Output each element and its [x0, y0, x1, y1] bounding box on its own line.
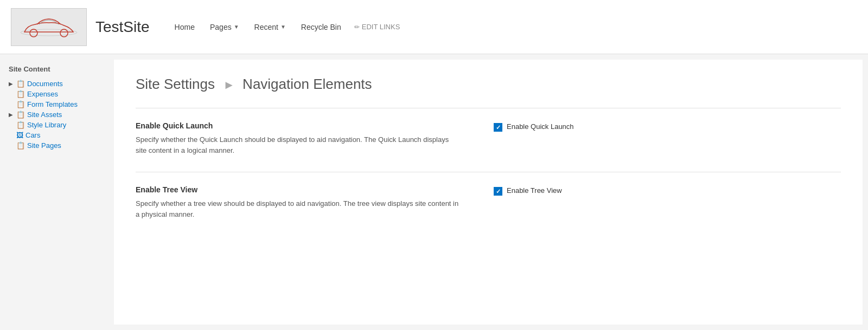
folder-icon-documents: 📋: [16, 80, 25, 88]
sidebar-item-site-pages[interactable]: 📋 Site Pages: [9, 140, 105, 151]
tree-view-section: Enable Tree View Specify whether a tree …: [136, 185, 841, 219]
svg-point-1: [30, 29, 37, 37]
nav-home[interactable]: Home: [167, 16, 202, 38]
site-title: TestSite: [95, 18, 150, 36]
pencil-icon: ✏: [354, 23, 360, 31]
section-divider-top: [136, 108, 841, 108]
recent-dropdown-arrow: ▼: [280, 24, 286, 30]
svg-point-0: [21, 29, 77, 36]
tree-view-checkbox[interactable]: [494, 187, 502, 196]
nav-recycle-bin[interactable]: Recycle Bin: [293, 16, 349, 38]
quick-launch-desc: Specify whether the Quick Launch should …: [136, 134, 461, 156]
sidebar-item-form-templates[interactable]: 📋 Form Templates: [9, 99, 105, 109]
quick-launch-checkbox[interactable]: [494, 123, 502, 132]
quick-launch-section: Enable Quick Launch Specify whether the …: [136, 121, 841, 156]
tree-view-left: Enable Tree View Specify whether a tree …: [136, 185, 461, 219]
page-body: Site Content ▶ 📋 Documents 📋 Expenses 📋 …: [0, 54, 868, 330]
breadcrumb-separator: ►: [223, 78, 238, 92]
pages-dropdown-arrow: ▼: [234, 24, 239, 30]
main-content: Site Settings ► Navigation Elements Enab…: [114, 60, 863, 325]
quick-launch-right: Enable Quick Launch: [494, 121, 646, 132]
tree-view-title: Enable Tree View: [136, 185, 461, 194]
tree-view-desc: Specify whether a tree view should be di…: [136, 198, 461, 219]
quick-launch-left: Enable Quick Launch Specify whether the …: [136, 121, 461, 156]
top-navigation: Home Pages ▼ Recent ▼ Recycle Bin ✏ EDIT…: [167, 0, 400, 54]
folder-icon-site-assets: 📋: [16, 111, 25, 119]
sidebar-item-style-library[interactable]: 📋 Style Library: [9, 120, 105, 130]
edit-links-button[interactable]: ✏ EDIT LINKS: [354, 23, 400, 31]
logo-area: TestSite: [11, 8, 150, 46]
page-heading: Site Settings ► Navigation Elements: [136, 76, 841, 93]
logo-image: [16, 14, 81, 41]
nav-recent[interactable]: Recent ▼: [247, 16, 293, 38]
sidebar-item-cars[interactable]: 🖼 Cars: [9, 130, 105, 140]
folder-icon-expenses: 📋: [16, 90, 25, 98]
folder-icon-cars: 🖼: [16, 131, 23, 139]
expand-documents-icon: ▶: [9, 81, 13, 87]
folder-icon-style-library: 📋: [16, 121, 25, 129]
logo-box: [11, 8, 87, 46]
tree-view-checkbox-label[interactable]: Enable Tree View: [507, 186, 562, 195]
sidebar-item-site-assets[interactable]: ▶ 📋 Site Assets: [9, 109, 105, 120]
sidebar-item-expenses[interactable]: 📋 Expenses: [9, 89, 105, 99]
quick-launch-title: Enable Quick Launch: [136, 121, 461, 130]
svg-point-2: [60, 29, 68, 37]
sidebar-item-documents[interactable]: ▶ 📋 Documents: [9, 79, 105, 89]
sidebar: Site Content ▶ 📋 Documents 📋 Expenses 📋 …: [0, 54, 114, 330]
folder-icon-site-pages: 📋: [16, 141, 25, 150]
expand-site-assets-icon: ▶: [9, 112, 13, 118]
folder-icon-form-templates: 📋: [16, 100, 25, 108]
nav-pages[interactable]: Pages ▼: [202, 16, 247, 38]
header: TestSite Home Pages ▼ Recent ▼ Recycle B…: [0, 0, 868, 54]
tree-view-right: Enable Tree View: [494, 185, 646, 196]
sidebar-heading: Site Content: [9, 65, 105, 73]
section-divider-middle: [136, 172, 841, 172]
quick-launch-checkbox-label[interactable]: Enable Quick Launch: [507, 122, 574, 131]
